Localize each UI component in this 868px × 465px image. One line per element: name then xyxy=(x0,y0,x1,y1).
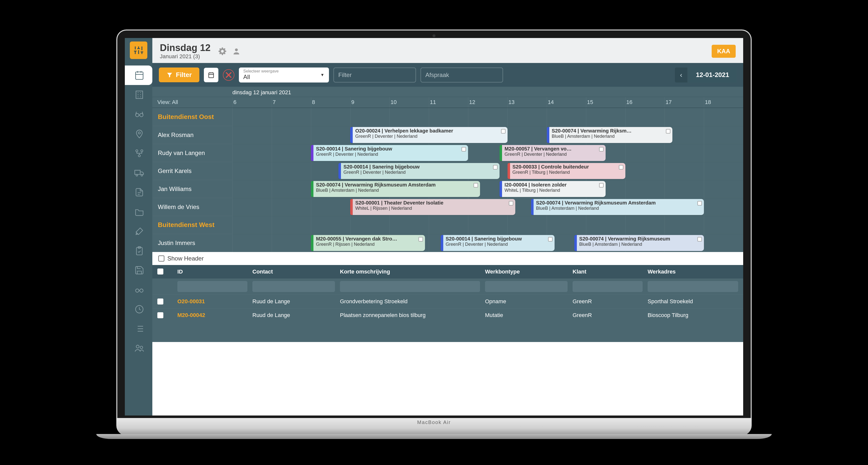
clipboard-icon xyxy=(134,246,144,256)
task-subtitle: BlueB | Amsterdam | Nederland xyxy=(579,242,696,247)
truck-icon xyxy=(134,168,144,178)
view-select[interactable]: Selecteer weergave All ▼ xyxy=(239,67,329,82)
filter-addr[interactable] xyxy=(648,281,738,292)
show-header-toggle[interactable]: Show Header xyxy=(152,252,743,265)
task-checkbox[interactable] xyxy=(462,147,466,152)
task-checkbox[interactable] xyxy=(619,165,623,169)
app-logo[interactable] xyxy=(130,41,147,59)
scheduler-task[interactable]: S20-00033 | Controle buitendeurGreenR | … xyxy=(507,163,625,179)
th-id[interactable]: ID xyxy=(177,268,247,275)
task-checkbox[interactable] xyxy=(418,237,423,241)
nav-users[interactable] xyxy=(125,338,152,358)
nav-clipboard[interactable] xyxy=(125,241,152,261)
svg-point-12 xyxy=(135,289,139,292)
scheduler-task[interactable]: S20-00074 | Verwarming Rijksmuseum Amste… xyxy=(531,199,704,215)
nav-pin[interactable] xyxy=(125,124,152,143)
cell-desc: Plaatsen zonnepanelen bios tilburg xyxy=(340,312,480,319)
nav-building[interactable] xyxy=(125,85,152,104)
row-checkbox[interactable] xyxy=(157,299,163,304)
scheduler-task[interactable]: S20-00014 | Sanering bijgebouwGreenR | D… xyxy=(311,145,468,161)
page-subtitle: Januari 2021 (3) xyxy=(160,53,211,60)
task-checkbox[interactable] xyxy=(473,183,478,188)
nav-glasses2[interactable] xyxy=(125,280,152,299)
row-checkbox[interactable] xyxy=(157,312,163,318)
svg-point-16 xyxy=(140,346,143,349)
timeline-row: O20-00024 | Verhelpen lekkage badkamerGr… xyxy=(232,126,743,144)
filter-input[interactable]: Filter xyxy=(334,67,416,82)
scheduler-task[interactable]: M20-00055 | Vervangen dak Stro…GreenR | … xyxy=(311,235,425,251)
timeline-row xyxy=(232,108,743,126)
task-checkbox[interactable] xyxy=(666,129,671,133)
th-contact[interactable]: Contact xyxy=(252,268,335,275)
cell-klant: GreenR xyxy=(572,312,643,319)
task-checkbox[interactable] xyxy=(509,201,513,205)
filter-id[interactable] xyxy=(177,281,247,292)
task-checkbox[interactable] xyxy=(599,147,603,152)
task-checkbox[interactable] xyxy=(698,201,702,205)
th-addr[interactable]: Werkadres xyxy=(648,268,738,275)
filter-desc[interactable] xyxy=(340,281,480,292)
table-row[interactable]: M20-00042Ruud de LangePlaatsen zonnepane… xyxy=(152,308,743,322)
task-title: O20-00024 | Verhelpen lekkage badkamer xyxy=(355,128,500,134)
task-subtitle: BlueB | Amsterdam | Nederland xyxy=(552,134,665,139)
svg-point-17 xyxy=(235,48,238,51)
task-title: S20-00014 | Sanering bijgebouw xyxy=(446,236,547,242)
nav-glasses[interactable] xyxy=(125,104,152,124)
kaart-button[interactable]: KAA xyxy=(712,45,736,58)
task-checkbox[interactable] xyxy=(698,237,702,241)
nav-clock[interactable] xyxy=(125,299,152,319)
task-title: S20-00074 | Verwarming Rijksmuseum Amste… xyxy=(316,182,472,188)
scheduler-task[interactable]: S20-00014 | Sanering bijgebouwGreenR | D… xyxy=(338,163,499,179)
gear-icon[interactable] xyxy=(218,47,227,56)
th-type[interactable]: Werkbontype xyxy=(485,268,567,275)
nav-calendar[interactable] xyxy=(125,66,152,85)
afspraak-input[interactable]: Afspraak xyxy=(421,67,503,82)
task-checkbox[interactable] xyxy=(501,129,505,133)
nav-list[interactable] xyxy=(125,319,152,338)
user-icon[interactable] xyxy=(232,47,241,56)
funnel-icon xyxy=(166,72,173,78)
scheduler-task[interactable]: S20-00074 | Verwarming RijksmuseumBlueB … xyxy=(574,235,704,251)
task-checkbox[interactable] xyxy=(599,183,603,188)
task-checkbox[interactable] xyxy=(493,165,498,169)
scheduler-task[interactable]: S20-00001 | Theater Deventer IsolatieWhi… xyxy=(350,199,515,215)
clear-button[interactable] xyxy=(223,69,235,81)
calendar-button[interactable] xyxy=(204,68,218,82)
scheduler-task[interactable]: M20-00057 | Vervangen vo…GreenR | Devent… xyxy=(499,145,606,161)
scheduler-task[interactable]: I20-00004 | Isoleren zolderWhiteL | Tilb… xyxy=(499,181,606,197)
table-footer-space xyxy=(152,322,743,342)
scheduler-task[interactable]: S20-00074 | Verwarming Rijksm…BlueB | Am… xyxy=(547,127,673,143)
flow-icon xyxy=(134,148,144,158)
svg-point-9 xyxy=(141,174,143,176)
scheduler-task[interactable]: O20-00024 | Verhelpen lekkage badkamerGr… xyxy=(350,127,507,143)
nav-flow[interactable] xyxy=(125,143,152,163)
scheduler-task[interactable]: S20-00014 | Sanering bijgebouwGreenR | D… xyxy=(441,235,555,251)
nav-folder[interactable] xyxy=(125,202,152,222)
table-body: O20-00031Ruud de LangeGrondverbetering S… xyxy=(152,295,743,322)
filter-button[interactable]: Filter xyxy=(159,67,199,82)
nav-tools[interactable] xyxy=(125,222,152,241)
scheduler-task[interactable]: S20-00074 | Verwarming Rijksmuseum Amste… xyxy=(311,181,480,197)
filter-klant[interactable] xyxy=(572,281,643,292)
th-desc[interactable]: Korte omschrijving xyxy=(340,268,480,275)
nav-file[interactable] xyxy=(125,182,152,202)
nav-truck[interactable] xyxy=(125,163,152,182)
timeline-row: M20-00055 | Vervangen dak Stro…GreenR | … xyxy=(232,234,743,252)
cell-id: M20-00042 xyxy=(177,312,247,319)
date-prev-button[interactable]: ‹ xyxy=(675,67,687,82)
nav-save[interactable] xyxy=(125,261,152,280)
filter-contact[interactable] xyxy=(252,281,335,292)
task-subtitle: BlueB | Amsterdam | Nederland xyxy=(536,206,696,211)
table-row[interactable]: O20-00031Ruud de LangeGrondverbetering S… xyxy=(152,295,743,308)
filter-type[interactable] xyxy=(485,281,567,292)
task-subtitle: GreenR | Deventer | Nederland xyxy=(343,170,492,175)
th-klant[interactable]: Klant xyxy=(572,268,643,275)
hour-cell: 18 xyxy=(704,97,743,107)
select-all-checkbox[interactable] xyxy=(157,268,163,274)
users-icon xyxy=(134,343,144,353)
show-header-checkbox[interactable] xyxy=(158,256,164,262)
task-subtitle: WhiteL | Rijssen | Nederland xyxy=(355,206,508,211)
task-checkbox[interactable] xyxy=(548,237,553,241)
svg-rect-0 xyxy=(135,72,143,79)
hours-header: 6789101112131415161718 xyxy=(232,97,743,107)
